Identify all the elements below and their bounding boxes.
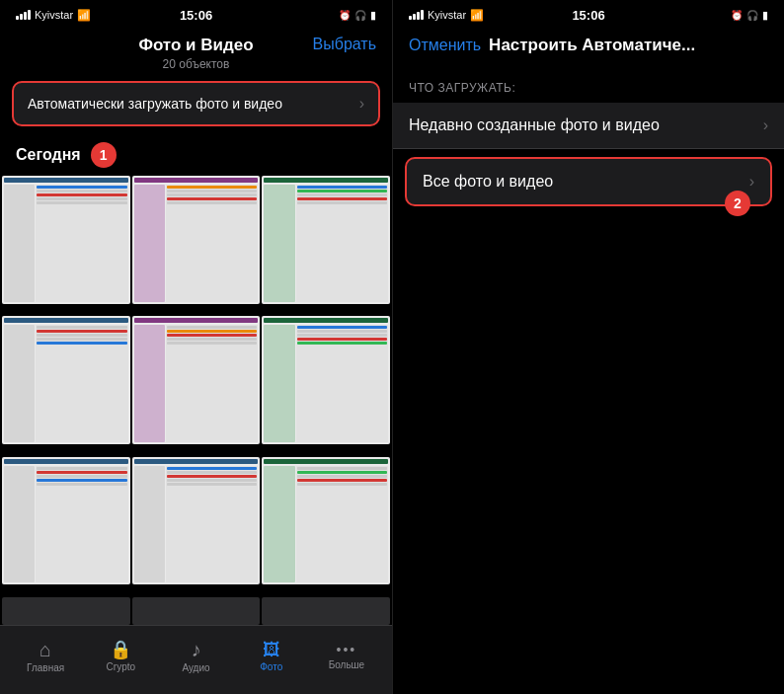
tab-bar: ⌂ Главная 🔒 Crypto ♪ Аудио 🖼 Фото ••• Бо… xyxy=(0,625,392,694)
signal-bar-3 xyxy=(24,12,27,20)
right-page-title: Настроить Автоматиче... xyxy=(489,36,768,55)
cancel-button[interactable]: Отменить xyxy=(409,37,481,54)
signal-bar-2 xyxy=(20,14,23,20)
all-photos-label: Все фото и видео xyxy=(423,173,553,191)
right-battery-icon: ▮ xyxy=(762,9,768,22)
photo-icon: 🖼 xyxy=(263,641,280,658)
left-status-bar: Kyivstar 📶 15:06 ⏰ 🎧 ▮ xyxy=(0,0,392,30)
photo-thumb-8[interactable] xyxy=(132,457,261,585)
right-status-left: Kyivstar 📶 xyxy=(409,9,484,22)
photo-thumb-5[interactable] xyxy=(132,316,261,444)
left-nav-header: Фото и Видео 20 объектов Выбрать xyxy=(0,30,392,81)
right-signal-bar-2 xyxy=(413,14,416,20)
battery-icon: ▮ xyxy=(370,9,376,22)
right-alarm-icon: ⏰ xyxy=(731,10,743,21)
photo-grid xyxy=(0,176,392,595)
all-photos-chevron-icon: › xyxy=(749,173,754,191)
photo-thumb-3[interactable] xyxy=(262,176,390,304)
signal-bar-4 xyxy=(28,10,31,20)
signal-bars xyxy=(16,10,31,20)
photo-thumb-6[interactable] xyxy=(262,316,390,444)
tab-more-label: Больше xyxy=(329,659,365,670)
photo-partial-row xyxy=(0,595,392,625)
signal-bar-1 xyxy=(16,16,19,20)
auto-upload-text: Автоматически загружать фото и видео xyxy=(28,96,352,112)
photo-thumb-9[interactable] xyxy=(262,457,390,585)
tab-photo-label: Фото xyxy=(260,661,282,672)
wifi-icon: 📶 xyxy=(77,9,91,22)
right-headphones-icon: 🎧 xyxy=(746,10,758,21)
tab-audio-label: Аудио xyxy=(182,662,209,673)
left-status-right: ⏰ 🎧 ▮ xyxy=(339,9,376,22)
auto-upload-banner[interactable]: Автоматически загружать фото и видео › xyxy=(12,81,380,126)
all-photos-item[interactable]: Все фото и видео › 2 xyxy=(405,157,772,206)
alarm-icon: ⏰ xyxy=(339,10,351,21)
right-status-right: ⏰ 🎧 ▮ xyxy=(731,9,768,22)
recent-photos-label: Недавно созданные фото и видео xyxy=(409,116,660,134)
photo-thumb-7[interactable] xyxy=(2,457,130,585)
section-what-to-upload: ЧТО ЗАГРУЖАТЬ: xyxy=(393,65,784,103)
left-phone-panel: Kyivstar 📶 15:06 ⏰ 🎧 ▮ Фото и Видео 20 о… xyxy=(0,0,392,694)
left-page-subtitle: 20 объектов xyxy=(163,57,230,71)
right-status-bar: Kyivstar 📶 15:06 ⏰ 🎧 ▮ xyxy=(393,0,784,30)
recent-photos-item[interactable]: Недавно созданные фото и видео › xyxy=(393,103,784,149)
select-button[interactable]: Выбрать xyxy=(313,36,376,53)
today-section-header: Сегодня 1 xyxy=(0,138,392,176)
step-badge-1: 1 xyxy=(91,142,117,168)
right-signal-bar-1 xyxy=(409,16,412,20)
partial-thumb-3 xyxy=(262,597,390,625)
tab-photo[interactable]: 🖼 Фото xyxy=(234,641,309,672)
right-carrier-label: Kyivstar xyxy=(428,9,466,21)
tab-more[interactable]: ••• Больше xyxy=(309,643,384,670)
recent-photos-chevron-icon: › xyxy=(763,116,768,134)
home-icon: ⌂ xyxy=(39,640,51,659)
right-signal-bars xyxy=(409,10,424,20)
right-nav-header: Отменить Настроить Автоматиче... xyxy=(393,30,784,65)
photo-thumb-1[interactable] xyxy=(2,176,130,304)
audio-icon: ♪ xyxy=(192,640,201,659)
right-signal-bar-3 xyxy=(417,12,420,20)
step-badge-2: 2 xyxy=(725,191,750,216)
photo-thumb-2[interactable] xyxy=(132,176,261,304)
left-carrier-label: Kyivstar xyxy=(35,9,73,21)
right-wifi-icon: 📶 xyxy=(470,9,484,22)
right-phone-panel: Kyivstar 📶 15:06 ⏰ 🎧 ▮ Отменить Настроит… xyxy=(392,0,784,694)
today-section-title: Сегодня xyxy=(16,146,81,164)
headphones-icon: 🎧 xyxy=(354,10,366,21)
partial-thumb-2 xyxy=(132,597,261,625)
right-time-label: 15:06 xyxy=(572,8,604,23)
left-status-left: Kyivstar 📶 xyxy=(16,9,91,22)
left-page-title: Фото и Видео xyxy=(138,36,253,55)
tab-crypto[interactable]: 🔒 Crypto xyxy=(83,641,158,672)
auto-upload-chevron-icon: › xyxy=(359,95,364,113)
right-signal-bar-4 xyxy=(421,10,424,20)
tab-home-label: Главная xyxy=(27,662,64,673)
crypto-icon: 🔒 xyxy=(110,641,131,658)
tab-home[interactable]: ⌂ Главная xyxy=(8,640,83,673)
partial-thumb-1 xyxy=(2,597,130,625)
tab-audio[interactable]: ♪ Аудио xyxy=(158,640,233,673)
tab-crypto-label: Crypto xyxy=(107,661,135,672)
more-icon: ••• xyxy=(337,643,357,656)
photo-thumb-4[interactable] xyxy=(2,316,130,444)
left-time-label: 15:06 xyxy=(180,8,212,23)
